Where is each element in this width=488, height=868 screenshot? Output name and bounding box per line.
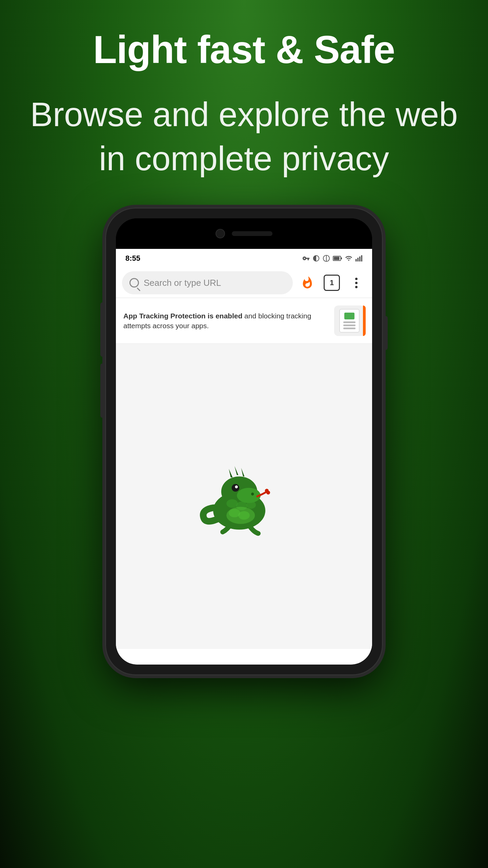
phone-top-bar	[116, 218, 372, 249]
tab-button[interactable]: 1	[322, 273, 342, 293]
tracking-icon-box	[334, 305, 365, 336]
tracking-text: App Tracking Protection is enabled and b…	[123, 311, 329, 331]
phone-screen: 8:55	[116, 218, 372, 665]
address-bar-row: Search or type URL 1	[116, 268, 372, 298]
signal-icon	[355, 255, 363, 262]
status-time: 8:55	[125, 254, 140, 263]
headline: Light fast & Safe	[73, 27, 415, 72]
orange-strip	[363, 305, 366, 336]
address-placeholder: Search or type URL	[144, 278, 221, 288]
svg-rect-6	[359, 257, 361, 262]
svg-rect-5	[357, 258, 359, 261]
tracking-banner[interactable]: App Tracking Protection is enabled and b…	[116, 298, 372, 344]
tab-count: 1	[324, 275, 340, 291]
svg-marker-13	[241, 468, 245, 476]
vpn-icon	[302, 255, 310, 262]
svg-point-16	[251, 493, 254, 495]
wifi-icon	[345, 255, 352, 262]
new-tab-content	[116, 344, 372, 649]
tracking-bold-text: App Tracking Protection is enabled	[123, 312, 242, 320]
half-circle-icon	[312, 255, 320, 262]
tracking-key-icon	[344, 313, 354, 319]
search-icon	[129, 278, 139, 288]
svg-rect-2	[341, 257, 342, 259]
svg-marker-11	[229, 469, 232, 477]
fire-icon	[301, 276, 314, 290]
svg-point-10	[237, 488, 261, 503]
fire-button[interactable]	[298, 273, 317, 293]
battery-icon	[333, 255, 342, 262]
tracking-line-3	[343, 328, 355, 329]
tracking-icon-inner	[339, 309, 360, 333]
tracking-line-2	[343, 324, 355, 326]
svg-point-15	[235, 486, 238, 488]
dots-menu-icon	[355, 278, 358, 288]
svg-marker-12	[235, 466, 238, 475]
svg-point-24	[226, 507, 255, 524]
iguana-logo	[197, 449, 291, 544]
svg-point-19	[246, 501, 256, 509]
phone-mockup: 8:55	[105, 208, 383, 675]
shield-icon	[323, 255, 330, 262]
menu-button[interactable]	[346, 273, 366, 293]
svg-rect-7	[361, 255, 362, 261]
svg-rect-4	[355, 259, 357, 261]
browser-area: 8:55	[116, 249, 372, 665]
address-bar[interactable]: Search or type URL	[122, 271, 293, 294]
svg-point-23	[266, 491, 270, 494]
status-icons	[302, 255, 363, 262]
phone-camera	[216, 229, 225, 238]
phone-speaker	[232, 231, 272, 236]
logo-container	[197, 449, 291, 544]
subheadline: Browse and explore the web in complete p…	[0, 92, 488, 180]
tracking-line-1	[343, 321, 355, 323]
status-bar: 8:55	[116, 249, 372, 268]
svg-rect-3	[334, 257, 340, 260]
